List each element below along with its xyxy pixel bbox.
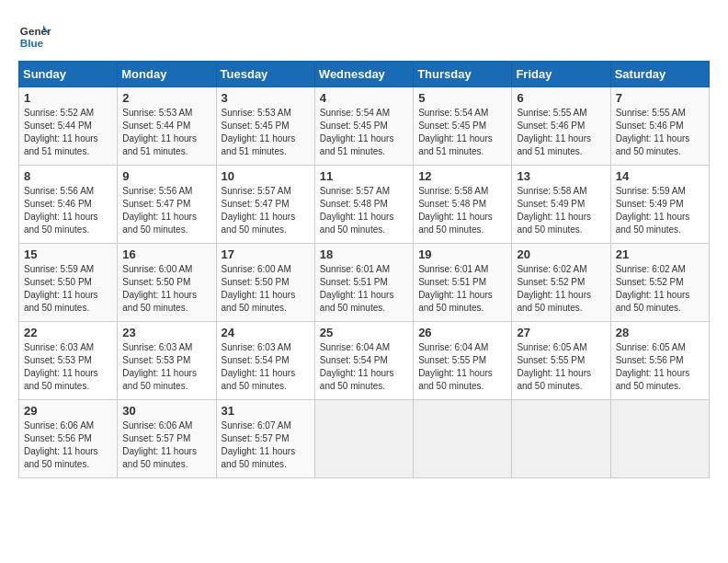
calendar-cell: 22Sunrise: 6:03 AMSunset: 5:53 PMDayligh… (19, 322, 118, 400)
calendar-week-2: 8Sunrise: 5:56 AMSunset: 5:46 PMDaylight… (19, 166, 710, 244)
logo-icon: General Blue (18, 18, 51, 52)
day-number: 29 (24, 404, 112, 418)
calendar-cell: 9Sunrise: 5:56 AMSunset: 5:47 PMDaylight… (118, 166, 216, 244)
weekday-header-wednesday: Wednesday (314, 62, 413, 87)
day-number: 6 (517, 91, 605, 105)
calendar-cell: 3Sunrise: 5:53 AMSunset: 5:45 PMDaylight… (216, 87, 314, 166)
calendar-cell (414, 400, 512, 478)
day-number: 28 (616, 326, 704, 339)
calendar-cell (314, 400, 413, 478)
calendar-cell: 2Sunrise: 5:53 AMSunset: 5:44 PMDaylight… (118, 87, 216, 166)
day-info: Sunrise: 6:06 AMSunset: 5:57 PMDaylight:… (122, 419, 210, 471)
weekday-header-sunday: Sunday (19, 62, 118, 87)
day-number: 12 (418, 169, 506, 183)
day-info: Sunrise: 5:52 AMSunset: 5:44 PMDaylight:… (24, 107, 112, 158)
day-info: Sunrise: 6:03 AMSunset: 5:53 PMDaylight:… (24, 341, 112, 393)
day-info: Sunrise: 6:00 AMSunset: 5:50 PMDaylight:… (222, 263, 310, 315)
day-info: Sunrise: 5:54 AMSunset: 5:45 PMDaylight:… (320, 107, 408, 158)
calendar-cell: 29Sunrise: 6:06 AMSunset: 5:56 PMDayligh… (19, 400, 118, 478)
day-number: 21 (616, 247, 704, 261)
day-info: Sunrise: 6:01 AMSunset: 5:51 PMDaylight:… (418, 263, 506, 315)
day-number: 7 (616, 91, 704, 105)
calendar-week-4: 22Sunrise: 6:03 AMSunset: 5:53 PMDayligh… (19, 322, 710, 400)
day-info: Sunrise: 5:56 AMSunset: 5:47 PMDaylight:… (122, 185, 210, 236)
day-number: 11 (320, 169, 408, 183)
calendar-cell: 25Sunrise: 6:04 AMSunset: 5:54 PMDayligh… (314, 322, 413, 400)
calendar-cell (610, 400, 709, 478)
calendar-cell: 10Sunrise: 5:57 AMSunset: 5:47 PMDayligh… (216, 166, 314, 244)
weekday-header-thursday: Thursday (414, 62, 512, 87)
day-info: Sunrise: 5:55 AMSunset: 5:46 PMDaylight:… (616, 107, 704, 158)
day-info: Sunrise: 5:59 AMSunset: 5:50 PMDaylight:… (24, 263, 112, 315)
calendar-cell: 4Sunrise: 5:54 AMSunset: 5:45 PMDaylight… (314, 87, 413, 166)
day-number: 31 (222, 404, 310, 418)
weekday-header-saturday: Saturday (610, 62, 709, 87)
day-number: 1 (24, 91, 112, 105)
calendar-cell: 24Sunrise: 6:03 AMSunset: 5:54 PMDayligh… (216, 322, 314, 400)
calendar-cell: 31Sunrise: 6:07 AMSunset: 5:57 PMDayligh… (216, 400, 314, 478)
svg-text:Blue: Blue (20, 37, 44, 49)
day-info: Sunrise: 5:59 AMSunset: 5:49 PMDaylight:… (616, 185, 704, 236)
day-number: 16 (122, 247, 210, 261)
day-number: 23 (122, 326, 210, 339)
calendar-cell: 8Sunrise: 5:56 AMSunset: 5:46 PMDaylight… (19, 166, 118, 244)
calendar-cell: 28Sunrise: 6:05 AMSunset: 5:56 PMDayligh… (610, 322, 709, 400)
day-info: Sunrise: 6:03 AMSunset: 5:53 PMDaylight:… (122, 341, 210, 393)
day-info: Sunrise: 5:53 AMSunset: 5:45 PMDaylight:… (222, 107, 310, 158)
weekday-header-monday: Monday (118, 62, 216, 87)
calendar-cell: 26Sunrise: 6:04 AMSunset: 5:55 PMDayligh… (414, 322, 512, 400)
day-number: 8 (24, 169, 112, 183)
day-number: 14 (616, 169, 704, 183)
day-number: 30 (122, 404, 210, 418)
day-number: 26 (418, 326, 506, 339)
day-number: 18 (320, 247, 408, 261)
day-info: Sunrise: 6:02 AMSunset: 5:52 PMDaylight:… (517, 263, 605, 315)
calendar-cell: 19Sunrise: 6:01 AMSunset: 5:51 PMDayligh… (414, 244, 512, 322)
calendar-cell: 14Sunrise: 5:59 AMSunset: 5:49 PMDayligh… (610, 166, 709, 244)
day-number: 22 (24, 326, 112, 339)
calendar-cell: 27Sunrise: 6:05 AMSunset: 5:55 PMDayligh… (512, 322, 610, 400)
day-info: Sunrise: 5:55 AMSunset: 5:46 PMDaylight:… (517, 107, 605, 158)
day-number: 2 (122, 91, 210, 105)
day-number: 19 (418, 247, 506, 261)
calendar-cell: 13Sunrise: 5:58 AMSunset: 5:49 PMDayligh… (512, 166, 610, 244)
weekday-header-row: SundayMondayTuesdayWednesdayThursdayFrid… (19, 62, 710, 87)
logo: General Blue (18, 18, 51, 52)
day-info: Sunrise: 5:58 AMSunset: 5:49 PMDaylight:… (517, 185, 605, 236)
calendar-cell: 18Sunrise: 6:01 AMSunset: 5:51 PMDayligh… (314, 244, 413, 322)
day-number: 20 (517, 247, 605, 261)
calendar-cell: 20Sunrise: 6:02 AMSunset: 5:52 PMDayligh… (512, 244, 610, 322)
calendar-cell: 30Sunrise: 6:06 AMSunset: 5:57 PMDayligh… (118, 400, 216, 478)
calendar-table: SundayMondayTuesdayWednesdayThursdayFrid… (18, 61, 710, 478)
calendar-cell: 7Sunrise: 5:55 AMSunset: 5:46 PMDaylight… (610, 87, 709, 166)
weekday-header-tuesday: Tuesday (216, 62, 314, 87)
day-info: Sunrise: 6:05 AMSunset: 5:56 PMDaylight:… (616, 341, 704, 393)
day-info: Sunrise: 5:54 AMSunset: 5:45 PMDaylight:… (418, 107, 506, 158)
day-info: Sunrise: 5:56 AMSunset: 5:46 PMDaylight:… (24, 185, 112, 236)
day-info: Sunrise: 6:01 AMSunset: 5:51 PMDaylight:… (320, 263, 408, 315)
calendar-cell: 17Sunrise: 6:00 AMSunset: 5:50 PMDayligh… (216, 244, 314, 322)
day-info: Sunrise: 5:57 AMSunset: 5:48 PMDaylight:… (320, 185, 408, 236)
weekday-header-friday: Friday (512, 62, 610, 87)
calendar-cell: 5Sunrise: 5:54 AMSunset: 5:45 PMDaylight… (414, 87, 512, 166)
day-number: 5 (418, 91, 506, 105)
day-info: Sunrise: 6:04 AMSunset: 5:55 PMDaylight:… (418, 341, 506, 393)
day-info: Sunrise: 5:53 AMSunset: 5:44 PMDaylight:… (122, 107, 210, 158)
calendar-cell: 11Sunrise: 5:57 AMSunset: 5:48 PMDayligh… (314, 166, 413, 244)
day-info: Sunrise: 6:02 AMSunset: 5:52 PMDaylight:… (616, 263, 704, 315)
calendar-cell: 6Sunrise: 5:55 AMSunset: 5:46 PMDaylight… (512, 87, 610, 166)
calendar-week-3: 15Sunrise: 5:59 AMSunset: 5:50 PMDayligh… (19, 244, 710, 322)
day-info: Sunrise: 5:58 AMSunset: 5:48 PMDaylight:… (418, 185, 506, 236)
day-number: 9 (122, 169, 210, 183)
calendar-week-1: 1Sunrise: 5:52 AMSunset: 5:44 PMDaylight… (19, 87, 710, 166)
day-number: 3 (222, 91, 310, 105)
calendar-cell: 16Sunrise: 6:00 AMSunset: 5:50 PMDayligh… (118, 244, 216, 322)
calendar-cell: 15Sunrise: 5:59 AMSunset: 5:50 PMDayligh… (19, 244, 118, 322)
day-number: 25 (320, 326, 408, 339)
page-header: General Blue (18, 18, 710, 52)
day-number: 4 (320, 91, 408, 105)
calendar-cell: 21Sunrise: 6:02 AMSunset: 5:52 PMDayligh… (610, 244, 709, 322)
day-info: Sunrise: 6:07 AMSunset: 5:57 PMDaylight:… (222, 419, 310, 471)
calendar-cell: 1Sunrise: 5:52 AMSunset: 5:44 PMDaylight… (19, 87, 118, 166)
calendar-cell: 12Sunrise: 5:58 AMSunset: 5:48 PMDayligh… (414, 166, 512, 244)
